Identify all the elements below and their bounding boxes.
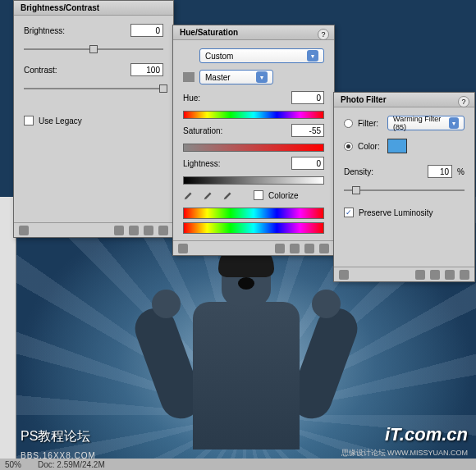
panel-title: Photo Filter [334, 93, 474, 107]
trash-icon[interactable] [319, 244, 329, 253]
eyedropper-minus-icon[interactable] [222, 189, 234, 201]
preset-dropdown[interactable]: Custom ▾ [199, 48, 324, 63]
channel-value: Master [205, 73, 231, 82]
hue-label: Hue: [183, 94, 224, 103]
footer-icon[interactable] [445, 270, 455, 280]
trash-icon[interactable] [460, 270, 469, 280]
footer-icon[interactable] [415, 270, 425, 280]
chevron-down-icon: ▾ [307, 50, 318, 62]
hue-input[interactable] [291, 91, 324, 104]
channel-dropdown[interactable]: Master ▾ [199, 70, 273, 84]
footer-icon[interactable] [339, 270, 349, 280]
help-icon[interactable]: ? [458, 96, 469, 107]
preserve-luminosity-checkbox[interactable]: ✓ [344, 208, 354, 217]
filter-dropdown[interactable]: Warming Filter (85) ▾ [387, 116, 465, 130]
colorize-label: Colorize [268, 191, 299, 200]
hand-icon[interactable] [183, 72, 195, 82]
saturation-label: Saturation: [183, 126, 224, 135]
brightness-label: Brightness: [24, 26, 77, 35]
filter-radio[interactable] [344, 119, 353, 128]
lightness-gradient[interactable] [183, 176, 324, 185]
colorize-checkbox[interactable] [254, 190, 263, 200]
color-label: Color: [358, 142, 382, 151]
footer-icon[interactable] [144, 226, 153, 235]
panel-title: Hue/Saturation [173, 25, 334, 40]
zoom-level[interactable]: 50% [5, 460, 21, 469]
hue-gradient[interactable] [183, 111, 324, 119]
eyedropper-icon[interactable] [183, 189, 195, 201]
color-swatch[interactable] [387, 139, 407, 153]
help-icon[interactable]: ? [318, 29, 329, 40]
contrast-slider[interactable] [24, 83, 163, 94]
chevron-down-icon: ▾ [449, 117, 459, 129]
brightness-input[interactable] [130, 24, 163, 37]
footer-icon[interactable] [430, 270, 440, 280]
contrast-label: Contrast: [24, 66, 77, 75]
footer-icon[interactable] [275, 244, 285, 253]
watermark-logo: iT.com.cn [385, 424, 468, 445]
doc-info: Doc: 2.59M/24.2M [38, 460, 105, 469]
density-unit: % [457, 167, 465, 176]
footer-icon[interactable] [178, 244, 188, 253]
footer-icon[interactable] [290, 244, 300, 253]
watermark-sub: 思缘设计论坛 WWW.MISSYUAN.COM [341, 448, 469, 459]
density-label: Density: [344, 167, 377, 176]
color-ramp-bottom [183, 222, 324, 234]
preset-value: Custom [205, 52, 233, 61]
chevron-down-icon: ▾ [256, 71, 268, 83]
filter-label: Filter: [358, 119, 382, 128]
eyedropper-plus-icon[interactable] [203, 189, 214, 201]
use-legacy-label: Use Legacy [39, 116, 82, 125]
brightness-slider[interactable] [24, 43, 163, 55]
color-radio[interactable] [344, 142, 353, 151]
brightness-contrast-panel[interactable]: Brightness/Contrast Brightness: Contrast… [13, 0, 174, 238]
footer-icon[interactable] [304, 244, 314, 253]
color-ramp-top [183, 208, 324, 219]
lightness-label: Lightness: [183, 159, 224, 168]
status-bar: 50% Doc: 2.59M/24.2M [0, 459, 476, 470]
density-input[interactable] [428, 165, 452, 178]
hue-saturation-panel[interactable]: Hue/Saturation ? Custom ▾ Master ▾ Hue: … [172, 25, 335, 256]
panel-title: Brightness/Contrast [14, 1, 173, 16]
saturation-input[interactable] [291, 124, 324, 137]
figure-man [140, 240, 353, 470]
watermark-text: PS教程论坛 [21, 428, 90, 445]
saturation-gradient[interactable] [183, 144, 324, 152]
use-legacy-checkbox[interactable] [24, 116, 34, 125]
footer-icon[interactable] [129, 226, 139, 235]
lightness-input[interactable] [291, 157, 324, 170]
trash-icon[interactable] [158, 226, 168, 235]
contrast-input[interactable] [130, 63, 163, 76]
preserve-luminosity-label: Preserve Luminosity [359, 208, 433, 217]
footer-icon[interactable] [114, 226, 124, 235]
filter-value: Warming Filter (85) [393, 115, 449, 131]
density-slider[interactable] [344, 185, 465, 196]
photo-filter-panel[interactable]: Photo Filter ? Filter: Warming Filter (8… [333, 92, 475, 282]
footer-icon[interactable] [19, 226, 29, 235]
